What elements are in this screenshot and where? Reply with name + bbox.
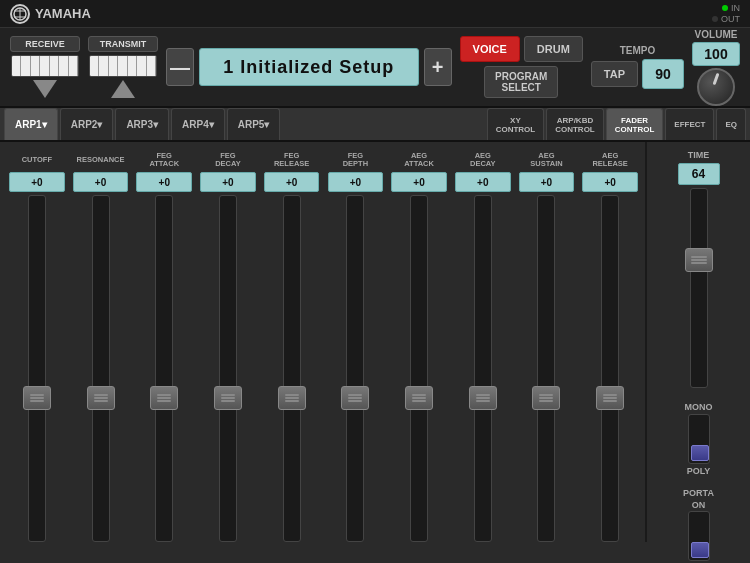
tap-button[interactable]: TAP bbox=[591, 61, 638, 87]
piano-key bbox=[40, 56, 49, 76]
volume-label: VOLUME bbox=[695, 29, 738, 40]
porta-thumb bbox=[691, 542, 709, 558]
tab-arp5[interactable]: ARP5▾ bbox=[227, 108, 281, 140]
tempo-value-display: 90 bbox=[642, 59, 684, 89]
fader-value-6: +0 bbox=[391, 172, 447, 192]
preset-area: — 1 Initialized Setup + bbox=[166, 48, 452, 86]
fader-track-6[interactable] bbox=[410, 195, 428, 542]
piano-key bbox=[90, 56, 99, 76]
mono-poly-switch-row: MONO POLY bbox=[653, 402, 744, 476]
piano-key bbox=[21, 56, 30, 76]
receive-button[interactable]: RECEIVE bbox=[10, 36, 80, 52]
fader-track-3[interactable] bbox=[219, 195, 237, 542]
mono-poly-toggle[interactable] bbox=[688, 414, 710, 464]
out-led bbox=[712, 16, 718, 22]
piano-key bbox=[50, 56, 59, 76]
fader-handle-9[interactable] bbox=[596, 386, 624, 410]
top-controls: RECEIVE TRANSMIT — 1 Initialized Setup bbox=[0, 28, 750, 108]
receive-piano bbox=[11, 55, 79, 77]
volume-value-display: 100 bbox=[692, 42, 740, 66]
tempo-controls: TAP 90 bbox=[591, 59, 684, 89]
fader-handle-5[interactable] bbox=[341, 386, 369, 410]
fader-column-9: AEG RELEASE+0 bbox=[579, 148, 641, 542]
porta-switch-row: PORTA ON OFF bbox=[653, 488, 744, 563]
mono-label: MONO bbox=[685, 402, 713, 412]
porta-on-label: ON bbox=[692, 500, 706, 510]
tab-arp3[interactable]: ARP3▾ bbox=[115, 108, 169, 140]
switch-group: MONO POLY PORTA ON OFF bbox=[653, 402, 744, 563]
fader-handle-8[interactable] bbox=[532, 386, 560, 410]
program-select-button[interactable]: PROGRAMSELECT bbox=[484, 66, 558, 98]
time-value-display: 64 bbox=[678, 163, 720, 185]
tab-arp-kbd-control[interactable]: ARP/KBDCONTROL bbox=[546, 108, 604, 140]
fader-track-5[interactable] bbox=[346, 195, 364, 542]
fader-track-1[interactable] bbox=[92, 195, 110, 542]
time-fader-track[interactable] bbox=[690, 188, 708, 388]
fader-column-1: RESONANCE+0 bbox=[70, 148, 132, 542]
volume-knob[interactable] bbox=[697, 68, 735, 106]
yamaha-emblem bbox=[10, 4, 30, 24]
mono-poly-thumb bbox=[691, 445, 709, 461]
fader-value-5: +0 bbox=[328, 172, 384, 192]
brand-name: YAMAHA bbox=[35, 6, 91, 21]
fader-handle-2[interactable] bbox=[150, 386, 178, 410]
porta-toggle[interactable] bbox=[688, 511, 710, 561]
preset-minus-button[interactable]: — bbox=[166, 48, 194, 86]
fader-label-0: CUTOFF bbox=[22, 148, 52, 172]
fader-track-8[interactable] bbox=[537, 195, 555, 542]
piano-key bbox=[118, 56, 127, 76]
fader-column-0: CUTOFF+0 bbox=[6, 148, 68, 542]
fader-column-3: FEG DECAY+0 bbox=[197, 148, 259, 542]
transmit-piano bbox=[89, 55, 157, 77]
voice-button[interactable]: VOICE bbox=[460, 36, 520, 62]
tempo-label: TEMPO bbox=[620, 45, 656, 56]
in-label: IN bbox=[731, 3, 740, 13]
fader-handle-1[interactable] bbox=[87, 386, 115, 410]
fader-column-8: AEG SUSTAIN+0 bbox=[516, 148, 578, 542]
receive-down-arrow[interactable] bbox=[33, 80, 57, 98]
fader-handle-3[interactable] bbox=[214, 386, 242, 410]
transmit-up-arrow[interactable] bbox=[111, 80, 135, 98]
transmit-button[interactable]: TRANSMIT bbox=[88, 36, 158, 52]
fader-value-2: +0 bbox=[136, 172, 192, 192]
tab-arp2[interactable]: ARP2▾ bbox=[60, 108, 114, 140]
fader-value-1: +0 bbox=[73, 172, 129, 192]
fader-track-2[interactable] bbox=[155, 195, 173, 542]
fader-label-8: AEG SUSTAIN bbox=[530, 148, 562, 172]
tab-arp1[interactable]: ARP1▾ bbox=[4, 108, 58, 140]
fader-label-3: FEG DECAY bbox=[215, 148, 241, 172]
tab-fader-control[interactable]: FADERCONTROL bbox=[606, 108, 664, 140]
fader-label-5: FEG DEPTH bbox=[343, 148, 368, 172]
fader-handle-6[interactable] bbox=[405, 386, 433, 410]
fader-value-4: +0 bbox=[264, 172, 320, 192]
tab-xy-control[interactable]: XYCONTROL bbox=[487, 108, 545, 140]
fader-track-0[interactable] bbox=[28, 195, 46, 542]
fader-handle-4[interactable] bbox=[278, 386, 306, 410]
preset-plus-button[interactable]: + bbox=[424, 48, 452, 86]
fader-column-6: AEG ATTACK+0 bbox=[388, 148, 450, 542]
drum-button[interactable]: DRUM bbox=[524, 36, 583, 62]
fader-handle-0[interactable] bbox=[23, 386, 51, 410]
piano-key bbox=[147, 56, 156, 76]
tab-eq[interactable]: EQ bbox=[716, 108, 746, 140]
tab-arp4[interactable]: ARP4▾ bbox=[171, 108, 225, 140]
time-column: TIME 64 bbox=[653, 150, 744, 388]
piano-key bbox=[31, 56, 40, 76]
right-panel: TIME 64 MONO POLY PORTA ON bbox=[645, 142, 750, 542]
in-led bbox=[722, 5, 728, 11]
out-label: OUT bbox=[721, 14, 740, 24]
faders-section: CUTOFF+0RESONANCE+0FEG ATTACK+0FEG DECAY… bbox=[0, 142, 645, 542]
porta-label: PORTA bbox=[683, 488, 714, 498]
poly-label: POLY bbox=[687, 466, 711, 476]
fader-track-4[interactable] bbox=[283, 195, 301, 542]
fader-label-7: AEG DECAY bbox=[470, 148, 496, 172]
fader-label-9: AEG RELEASE bbox=[592, 148, 627, 172]
tab-effect[interactable]: EFFECT bbox=[665, 108, 714, 140]
fader-track-7[interactable] bbox=[474, 195, 492, 542]
fader-handle-7[interactable] bbox=[469, 386, 497, 410]
mixer-area: CUTOFF+0RESONANCE+0FEG ATTACK+0FEG DECAY… bbox=[0, 142, 750, 542]
piano-key bbox=[128, 56, 137, 76]
fader-track-9[interactable] bbox=[601, 195, 619, 542]
time-fader-handle[interactable] bbox=[685, 248, 713, 272]
preset-display: 1 Initialized Setup bbox=[199, 48, 419, 86]
